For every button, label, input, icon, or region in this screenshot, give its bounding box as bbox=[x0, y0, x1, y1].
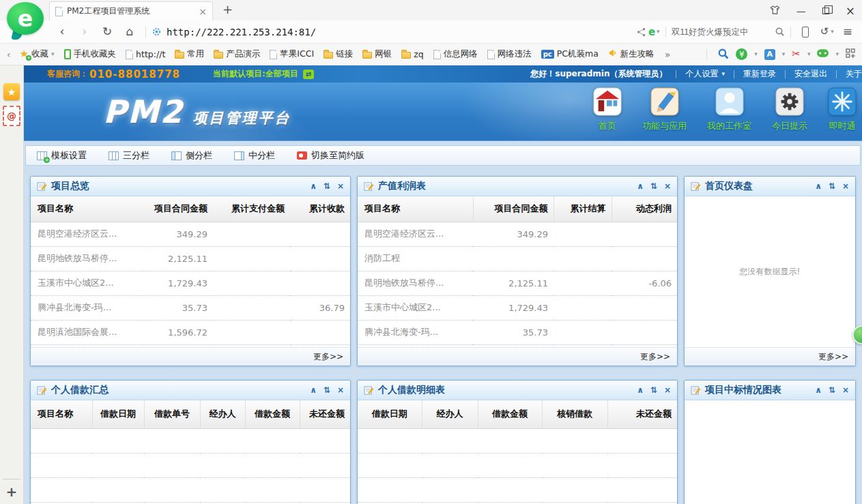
nav-messenger[interactable]: 即时通 bbox=[828, 87, 857, 132]
nav-tips[interactable]: 今日提示 bbox=[772, 87, 807, 132]
page-icon bbox=[126, 50, 133, 59]
chevron-down-icon[interactable] bbox=[782, 51, 786, 57]
close-icon[interactable] bbox=[337, 182, 344, 190]
collapse-icon[interactable] bbox=[815, 386, 822, 394]
bookmark-item[interactable]: 信息网络 bbox=[431, 47, 480, 61]
refresh-icon[interactable] bbox=[829, 182, 835, 190]
bookmark-folder[interactable]: 产品演示 bbox=[212, 47, 262, 61]
browser-logo[interactable]: e bbox=[7, 2, 44, 40]
table-row[interactable]: 昆明地铁放马桥停...2,125.11 bbox=[31, 246, 350, 271]
close-button[interactable] bbox=[846, 5, 855, 17]
chevron-down-icon[interactable] bbox=[754, 51, 758, 57]
bookmark-favorites[interactable]: 收藏 bbox=[18, 47, 57, 61]
tab-close-icon[interactable] bbox=[199, 7, 207, 16]
side-column-button[interactable]: 侧分栏 bbox=[171, 149, 212, 162]
refresh-icon[interactable] bbox=[650, 386, 657, 394]
bookmark-folder[interactable]: zq bbox=[399, 48, 426, 61]
forward-button[interactable] bbox=[74, 26, 95, 38]
table-row[interactable]: 消防工程 bbox=[358, 246, 677, 271]
bookmark-item[interactable]: 新生攻略 bbox=[606, 47, 657, 61]
refresh-icon[interactable] bbox=[324, 386, 330, 394]
more-link[interactable]: 更多>> bbox=[640, 351, 670, 363]
mid-column-button[interactable]: 中分栏 bbox=[234, 149, 275, 162]
collapse-icon[interactable] bbox=[637, 182, 644, 190]
mobile-view-icon[interactable] bbox=[802, 27, 809, 38]
nav-functions[interactable]: 功能与应用 bbox=[642, 87, 687, 132]
template-settings-button[interactable]: 模板设置 bbox=[37, 149, 87, 162]
theme-skin-icon[interactable] bbox=[770, 5, 780, 17]
collapse-icon[interactable] bbox=[637, 386, 644, 394]
site-icon[interactable] bbox=[152, 27, 162, 37]
share-icon[interactable] bbox=[637, 27, 646, 37]
e-menu-icon[interactable]: e bbox=[648, 26, 660, 38]
bookmark-folder[interactable]: 网银 bbox=[360, 47, 394, 61]
close-icon[interactable] bbox=[337, 386, 344, 394]
menu-icon[interactable] bbox=[843, 26, 852, 38]
bookmark-item[interactable]: pcPC机装ma bbox=[539, 47, 601, 61]
bookmark-item[interactable]: http://t bbox=[124, 48, 167, 61]
close-icon[interactable] bbox=[664, 386, 671, 394]
table-row[interactable]: 昆明空港经济区云...349.29 bbox=[31, 222, 350, 246]
refresh-icon[interactable] bbox=[324, 182, 330, 190]
new-tab-button[interactable] bbox=[222, 3, 233, 16]
chevron-down-icon[interactable] bbox=[835, 51, 839, 57]
three-column-button[interactable]: 三分栏 bbox=[109, 149, 149, 162]
nav-workspace[interactable]: 我的工作室 bbox=[707, 87, 751, 132]
bookmark-item[interactable]: 手机收藏夹 bbox=[62, 47, 119, 61]
switch-simple-button[interactable]: 切换至简约版 bbox=[297, 149, 364, 162]
close-icon[interactable] bbox=[664, 182, 671, 190]
table-row[interactable]: 玉溪市中心城区2...1,729.43 bbox=[358, 295, 677, 320]
table-row[interactable]: 玉溪市中心城区2...1,729.43 bbox=[31, 271, 350, 295]
about-link[interactable]: 关于 bbox=[846, 68, 862, 80]
table-row[interactable]: 昆明地铁放马桥停...2,125.11-6.06 bbox=[358, 271, 677, 295]
bookmark-folder[interactable]: 链接 bbox=[321, 47, 355, 61]
nav-home[interactable]: 首页 bbox=[593, 87, 622, 132]
logout-link[interactable]: 安全退出 bbox=[794, 68, 827, 80]
chevron-down-icon[interactable] bbox=[807, 51, 811, 57]
minimize-button[interactable] bbox=[796, 6, 806, 16]
restore-button[interactable] bbox=[822, 8, 829, 14]
reload-button[interactable] bbox=[97, 26, 117, 38]
more-link[interactable]: 更多>> bbox=[818, 351, 848, 363]
table-row[interactable]: 腾冲县北海变-玛...35.7336.79 bbox=[31, 295, 350, 320]
table-row[interactable]: 昆明空港经济区云...349.29 bbox=[358, 222, 677, 246]
table-row[interactable]: 腾冲县北海变-玛...35.73 bbox=[358, 320, 677, 344]
close-icon[interactable] bbox=[842, 182, 849, 190]
personal-settings-link[interactable]: 个人设置 bbox=[685, 68, 725, 80]
bookmark-folder[interactable]: 常用 bbox=[173, 47, 206, 61]
screenshot-scissors-icon[interactable] bbox=[792, 49, 801, 59]
address-input[interactable] bbox=[167, 27, 635, 38]
collapse-icon[interactable] bbox=[310, 182, 317, 190]
collapse-icon[interactable] bbox=[310, 386, 317, 394]
sidebar-add-button[interactable] bbox=[6, 485, 18, 499]
star-add-icon bbox=[20, 49, 29, 59]
gamepad-icon[interactable] bbox=[817, 49, 829, 59]
search-tool-icon[interactable] bbox=[717, 48, 729, 61]
favorites-star-icon[interactable] bbox=[3, 83, 20, 100]
rebate-icon[interactable] bbox=[736, 48, 747, 60]
switch-project-icon[interactable] bbox=[303, 70, 314, 79]
pencil-icon bbox=[650, 87, 679, 118]
back-button[interactable] bbox=[52, 26, 72, 38]
translate-icon[interactable] bbox=[764, 49, 775, 60]
chevron-down-icon[interactable] bbox=[831, 29, 834, 35]
refresh-icon[interactable] bbox=[650, 182, 657, 190]
collapse-icon[interactable] bbox=[815, 182, 822, 190]
mail-at-icon[interactable] bbox=[3, 106, 20, 126]
browser-tab[interactable]: PM2工程项目管理系统 bbox=[49, 1, 213, 20]
relogin-link[interactable]: 重新登录 bbox=[743, 68, 776, 80]
close-icon[interactable] bbox=[842, 386, 849, 394]
apps-grid-icon[interactable] bbox=[846, 48, 855, 60]
bookmarks-overflow-icon[interactable] bbox=[665, 50, 671, 59]
bookmark-item[interactable]: 网络违法 bbox=[485, 47, 534, 61]
more-link[interactable]: 更多>> bbox=[313, 351, 343, 363]
panel-header: 个人借款汇总 bbox=[31, 381, 350, 400]
undo-icon[interactable] bbox=[820, 27, 829, 37]
collapse-bookmarks-icon[interactable] bbox=[7, 50, 11, 59]
refresh-icon[interactable] bbox=[829, 386, 835, 394]
search-input[interactable] bbox=[672, 27, 773, 37]
home-button[interactable] bbox=[119, 26, 140, 38]
bookmark-item[interactable]: 苹果ICCI bbox=[268, 47, 316, 61]
search-icon[interactable] bbox=[775, 27, 785, 37]
table-row[interactable]: 昆明滇池国际会展...1,596.72 bbox=[31, 320, 350, 344]
